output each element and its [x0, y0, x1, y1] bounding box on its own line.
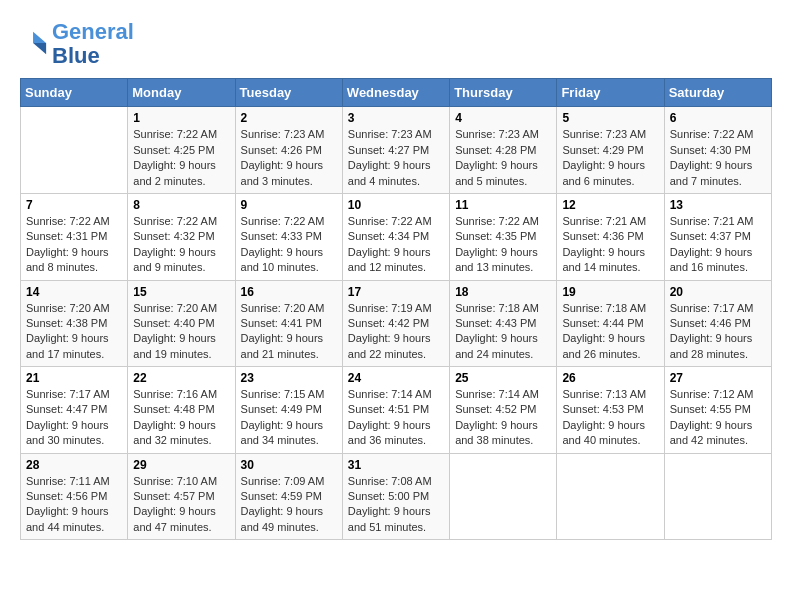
day-info: Sunrise: 7:08 AM Sunset: 5:00 PM Dayligh… — [348, 474, 444, 536]
weekday-header-friday: Friday — [557, 79, 664, 107]
calendar-cell — [450, 453, 557, 540]
day-info: Sunrise: 7:18 AM Sunset: 4:43 PM Dayligh… — [455, 301, 551, 363]
weekday-header-row: SundayMondayTuesdayWednesdayThursdayFrid… — [21, 79, 772, 107]
day-info: Sunrise: 7:11 AM Sunset: 4:56 PM Dayligh… — [26, 474, 122, 536]
calendar-cell — [664, 453, 771, 540]
calendar-cell: 17Sunrise: 7:19 AM Sunset: 4:42 PM Dayli… — [342, 280, 449, 367]
calendar-cell: 4Sunrise: 7:23 AM Sunset: 4:28 PM Daylig… — [450, 107, 557, 194]
day-number: 2 — [241, 111, 337, 125]
day-number: 8 — [133, 198, 229, 212]
day-number: 11 — [455, 198, 551, 212]
calendar-cell: 13Sunrise: 7:21 AM Sunset: 4:37 PM Dayli… — [664, 193, 771, 280]
day-number: 4 — [455, 111, 551, 125]
calendar-cell: 23Sunrise: 7:15 AM Sunset: 4:49 PM Dayli… — [235, 367, 342, 454]
calendar-cell: 1Sunrise: 7:22 AM Sunset: 4:25 PM Daylig… — [128, 107, 235, 194]
calendar-cell: 24Sunrise: 7:14 AM Sunset: 4:51 PM Dayli… — [342, 367, 449, 454]
day-info: Sunrise: 7:23 AM Sunset: 4:27 PM Dayligh… — [348, 127, 444, 189]
calendar-cell: 11Sunrise: 7:22 AM Sunset: 4:35 PM Dayli… — [450, 193, 557, 280]
weekday-header-thursday: Thursday — [450, 79, 557, 107]
calendar-cell: 26Sunrise: 7:13 AM Sunset: 4:53 PM Dayli… — [557, 367, 664, 454]
calendar-cell: 29Sunrise: 7:10 AM Sunset: 4:57 PM Dayli… — [128, 453, 235, 540]
day-info: Sunrise: 7:17 AM Sunset: 4:46 PM Dayligh… — [670, 301, 766, 363]
day-info: Sunrise: 7:13 AM Sunset: 4:53 PM Dayligh… — [562, 387, 658, 449]
calendar-cell: 28Sunrise: 7:11 AM Sunset: 4:56 PM Dayli… — [21, 453, 128, 540]
calendar-cell: 6Sunrise: 7:22 AM Sunset: 4:30 PM Daylig… — [664, 107, 771, 194]
day-info: Sunrise: 7:17 AM Sunset: 4:47 PM Dayligh… — [26, 387, 122, 449]
calendar-cell — [21, 107, 128, 194]
day-number: 1 — [133, 111, 229, 125]
calendar-cell: 18Sunrise: 7:18 AM Sunset: 4:43 PM Dayli… — [450, 280, 557, 367]
calendar-cell: 15Sunrise: 7:20 AM Sunset: 4:40 PM Dayli… — [128, 280, 235, 367]
page-header: General Blue — [20, 20, 772, 68]
calendar-cell: 22Sunrise: 7:16 AM Sunset: 4:48 PM Dayli… — [128, 367, 235, 454]
calendar-cell: 27Sunrise: 7:12 AM Sunset: 4:55 PM Dayli… — [664, 367, 771, 454]
day-info: Sunrise: 7:22 AM Sunset: 4:31 PM Dayligh… — [26, 214, 122, 276]
calendar-cell: 8Sunrise: 7:22 AM Sunset: 4:32 PM Daylig… — [128, 193, 235, 280]
logo: General Blue — [20, 20, 134, 68]
day-info: Sunrise: 7:19 AM Sunset: 4:42 PM Dayligh… — [348, 301, 444, 363]
day-info: Sunrise: 7:23 AM Sunset: 4:26 PM Dayligh… — [241, 127, 337, 189]
calendar-cell: 31Sunrise: 7:08 AM Sunset: 5:00 PM Dayli… — [342, 453, 449, 540]
day-info: Sunrise: 7:23 AM Sunset: 4:28 PM Dayligh… — [455, 127, 551, 189]
day-number: 19 — [562, 285, 658, 299]
svg-marker-0 — [33, 32, 46, 43]
calendar-week-row: 1Sunrise: 7:22 AM Sunset: 4:25 PM Daylig… — [21, 107, 772, 194]
logo-icon — [20, 30, 48, 58]
day-number: 23 — [241, 371, 337, 385]
day-number: 13 — [670, 198, 766, 212]
day-info: Sunrise: 7:09 AM Sunset: 4:59 PM Dayligh… — [241, 474, 337, 536]
calendar-cell: 16Sunrise: 7:20 AM Sunset: 4:41 PM Dayli… — [235, 280, 342, 367]
calendar-cell: 30Sunrise: 7:09 AM Sunset: 4:59 PM Dayli… — [235, 453, 342, 540]
calendar-cell: 2Sunrise: 7:23 AM Sunset: 4:26 PM Daylig… — [235, 107, 342, 194]
day-info: Sunrise: 7:23 AM Sunset: 4:29 PM Dayligh… — [562, 127, 658, 189]
calendar-cell: 3Sunrise: 7:23 AM Sunset: 4:27 PM Daylig… — [342, 107, 449, 194]
calendar-week-row: 7Sunrise: 7:22 AM Sunset: 4:31 PM Daylig… — [21, 193, 772, 280]
day-number: 14 — [26, 285, 122, 299]
day-number: 31 — [348, 458, 444, 472]
day-number: 15 — [133, 285, 229, 299]
day-number: 5 — [562, 111, 658, 125]
day-info: Sunrise: 7:22 AM Sunset: 4:35 PM Dayligh… — [455, 214, 551, 276]
calendar-cell — [557, 453, 664, 540]
day-info: Sunrise: 7:22 AM Sunset: 4:34 PM Dayligh… — [348, 214, 444, 276]
day-number: 24 — [348, 371, 444, 385]
calendar-cell: 20Sunrise: 7:17 AM Sunset: 4:46 PM Dayli… — [664, 280, 771, 367]
day-number: 29 — [133, 458, 229, 472]
calendar-cell: 9Sunrise: 7:22 AM Sunset: 4:33 PM Daylig… — [235, 193, 342, 280]
calendar-week-row: 14Sunrise: 7:20 AM Sunset: 4:38 PM Dayli… — [21, 280, 772, 367]
calendar-cell: 5Sunrise: 7:23 AM Sunset: 4:29 PM Daylig… — [557, 107, 664, 194]
day-info: Sunrise: 7:16 AM Sunset: 4:48 PM Dayligh… — [133, 387, 229, 449]
day-number: 17 — [348, 285, 444, 299]
day-number: 30 — [241, 458, 337, 472]
day-info: Sunrise: 7:18 AM Sunset: 4:44 PM Dayligh… — [562, 301, 658, 363]
day-number: 26 — [562, 371, 658, 385]
day-number: 22 — [133, 371, 229, 385]
day-info: Sunrise: 7:21 AM Sunset: 4:36 PM Dayligh… — [562, 214, 658, 276]
day-info: Sunrise: 7:22 AM Sunset: 4:30 PM Dayligh… — [670, 127, 766, 189]
day-info: Sunrise: 7:15 AM Sunset: 4:49 PM Dayligh… — [241, 387, 337, 449]
day-info: Sunrise: 7:21 AM Sunset: 4:37 PM Dayligh… — [670, 214, 766, 276]
day-number: 21 — [26, 371, 122, 385]
calendar-week-row: 28Sunrise: 7:11 AM Sunset: 4:56 PM Dayli… — [21, 453, 772, 540]
weekday-header-sunday: Sunday — [21, 79, 128, 107]
weekday-header-wednesday: Wednesday — [342, 79, 449, 107]
calendar-cell: 25Sunrise: 7:14 AM Sunset: 4:52 PM Dayli… — [450, 367, 557, 454]
day-info: Sunrise: 7:14 AM Sunset: 4:51 PM Dayligh… — [348, 387, 444, 449]
day-info: Sunrise: 7:14 AM Sunset: 4:52 PM Dayligh… — [455, 387, 551, 449]
calendar-table: SundayMondayTuesdayWednesdayThursdayFrid… — [20, 78, 772, 540]
day-number: 20 — [670, 285, 766, 299]
svg-marker-1 — [33, 43, 46, 54]
weekday-header-monday: Monday — [128, 79, 235, 107]
day-number: 7 — [26, 198, 122, 212]
calendar-cell: 14Sunrise: 7:20 AM Sunset: 4:38 PM Dayli… — [21, 280, 128, 367]
day-info: Sunrise: 7:22 AM Sunset: 4:25 PM Dayligh… — [133, 127, 229, 189]
day-info: Sunrise: 7:20 AM Sunset: 4:40 PM Dayligh… — [133, 301, 229, 363]
day-info: Sunrise: 7:10 AM Sunset: 4:57 PM Dayligh… — [133, 474, 229, 536]
day-number: 9 — [241, 198, 337, 212]
day-number: 6 — [670, 111, 766, 125]
weekday-header-saturday: Saturday — [664, 79, 771, 107]
calendar-cell: 21Sunrise: 7:17 AM Sunset: 4:47 PM Dayli… — [21, 367, 128, 454]
weekday-header-tuesday: Tuesday — [235, 79, 342, 107]
calendar-cell: 7Sunrise: 7:22 AM Sunset: 4:31 PM Daylig… — [21, 193, 128, 280]
day-info: Sunrise: 7:20 AM Sunset: 4:38 PM Dayligh… — [26, 301, 122, 363]
